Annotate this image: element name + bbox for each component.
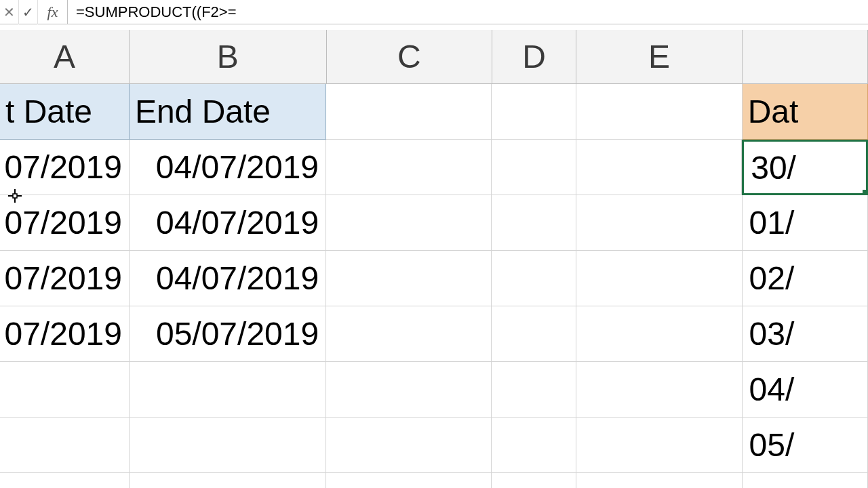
cell[interactable]: 05/ — [743, 418, 868, 473]
table-row: 07/2019 04/07/2019 30/ — [0, 140, 868, 195]
header-cell-date[interactable]: Dat — [743, 84, 868, 140]
grid: t Date End Date Dat 07/2019 04/07/2019 3… — [0, 84, 868, 488]
table-row: 04/ — [0, 362, 868, 418]
header-cell-start-date[interactable]: t Date — [0, 84, 130, 140]
cell[interactable] — [576, 306, 742, 362]
table-row: t Date End Date Dat — [0, 84, 868, 140]
col-header-D[interactable]: D — [492, 30, 576, 84]
cell[interactable]: 03/ — [743, 306, 868, 362]
cell[interactable] — [576, 362, 742, 418]
cell[interactable] — [326, 84, 492, 140]
cell[interactable] — [0, 362, 130, 418]
cell[interactable] — [743, 473, 868, 488]
cell[interactable] — [576, 195, 742, 251]
cell[interactable] — [492, 84, 576, 140]
cell[interactable] — [130, 418, 326, 473]
cancel-button[interactable]: ✕ — [0, 0, 19, 24]
cell[interactable]: 05/07/2019 — [130, 306, 326, 362]
cell[interactable] — [576, 418, 742, 473]
cell[interactable]: 01/ — [743, 195, 868, 251]
cell[interactable] — [326, 195, 492, 251]
cell[interactable] — [130, 473, 326, 488]
cell[interactable] — [576, 473, 742, 488]
insert-function-button[interactable]: fx — [38, 0, 68, 24]
check-icon: ✓ — [22, 4, 34, 20]
cell[interactable] — [492, 195, 576, 251]
cell[interactable] — [576, 84, 742, 140]
formula-bar: ✕ ✓ fx — [0, 0, 868, 24]
table-row: 07/2019 04/07/2019 02/ — [0, 251, 868, 306]
cell[interactable] — [0, 418, 130, 473]
cancel-icon: ✕ — [3, 4, 15, 20]
cell[interactable] — [492, 418, 576, 473]
col-header-E[interactable]: E — [576, 30, 743, 84]
formula-input[interactable] — [68, 0, 868, 24]
cell[interactable]: 07/2019 — [0, 306, 130, 362]
fx-label: fx — [47, 3, 58, 21]
table-row: 07/2019 05/07/2019 03/ — [0, 306, 868, 362]
cell[interactable] — [492, 140, 576, 195]
spreadsheet: A B C D E t Date End Date Dat 07/2019 04… — [0, 30, 868, 488]
cell[interactable]: 02/ — [743, 251, 868, 306]
col-header-B[interactable]: B — [130, 30, 327, 84]
table-row — [0, 473, 868, 488]
table-row: 05/ — [0, 418, 868, 473]
cell[interactable] — [576, 140, 742, 195]
cell[interactable] — [326, 418, 492, 473]
cell[interactable] — [326, 362, 492, 418]
cell[interactable] — [492, 362, 576, 418]
col-header-C[interactable]: C — [327, 30, 493, 84]
selected-cell-F2[interactable]: 30/ — [742, 140, 868, 195]
cell[interactable] — [326, 140, 492, 195]
cell[interactable] — [130, 362, 326, 418]
cell[interactable] — [0, 473, 130, 488]
cell[interactable] — [326, 306, 492, 362]
col-header-A[interactable]: A — [0, 30, 130, 84]
cell[interactable]: 07/2019 — [0, 195, 130, 251]
cell[interactable] — [492, 473, 576, 488]
enter-button[interactable]: ✓ — [19, 0, 38, 24]
cell[interactable]: 04/07/2019 — [130, 195, 326, 251]
cell[interactable]: 04/ — [743, 362, 868, 418]
cell[interactable]: 07/2019 — [0, 140, 130, 195]
col-header-F[interactable] — [743, 30, 868, 84]
table-row: 07/2019 04/07/2019 01/ — [0, 195, 868, 251]
cell[interactable]: 04/07/2019 — [130, 251, 326, 306]
cell[interactable]: 07/2019 — [0, 251, 130, 306]
cell[interactable] — [326, 473, 492, 488]
column-header-row: A B C D E — [0, 30, 868, 84]
cell[interactable] — [576, 251, 742, 306]
cell[interactable] — [492, 306, 576, 362]
cell[interactable] — [492, 251, 576, 306]
header-cell-end-date[interactable]: End Date — [130, 84, 326, 140]
cell[interactable] — [326, 251, 492, 306]
cell[interactable]: 04/07/2019 — [130, 140, 326, 195]
